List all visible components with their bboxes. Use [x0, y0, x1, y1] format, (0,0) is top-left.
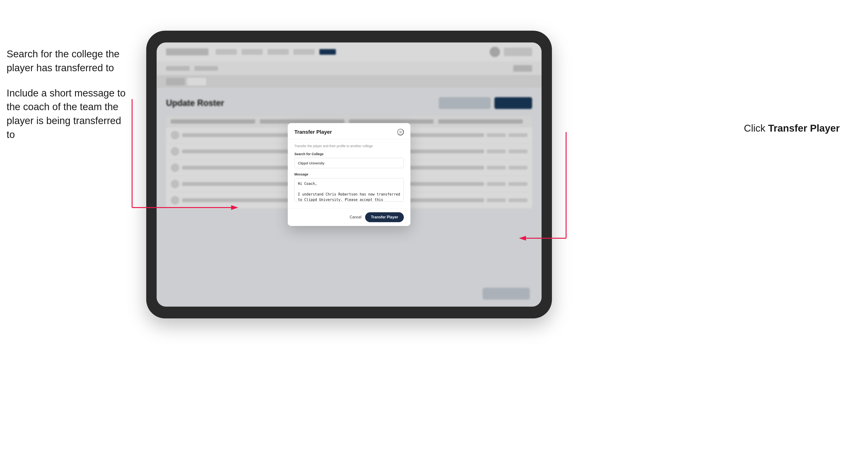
transfer-player-modal: Transfer Player × Transfer the player an…	[288, 123, 410, 226]
modal-close-button[interactable]: ×	[397, 129, 404, 135]
left-annotations: Search for the college the player has tr…	[7, 47, 129, 153]
modal-header: Transfer Player ×	[288, 123, 410, 139]
right-annotation: Click Transfer Player	[744, 123, 840, 134]
search-college-label: Search for College	[294, 152, 404, 156]
modal-subtitle: Transfer the player and their profile to…	[294, 144, 404, 148]
search-college-input[interactable]	[294, 158, 404, 168]
modal-overlay: Transfer Player × Transfer the player an…	[157, 42, 541, 307]
tablet-screen: Update Roster	[157, 42, 541, 307]
modal-title: Transfer Player	[294, 129, 332, 135]
annotation-message: Include a short message to the coach of …	[7, 86, 129, 142]
cancel-button[interactable]: Cancel	[350, 215, 362, 219]
tablet-frame: Update Roster	[146, 31, 552, 318]
annotation-search: Search for the college the player has tr…	[7, 47, 129, 75]
modal-footer: Cancel Transfer Player	[288, 208, 410, 226]
annotation-transfer-label: Transfer Player	[768, 123, 840, 134]
message-textarea[interactable]: Hi Coach, I understand Chris Robertson h…	[294, 178, 404, 201]
annotation-click-label: Click	[744, 123, 768, 134]
transfer-player-button[interactable]: Transfer Player	[365, 212, 404, 222]
message-label: Message	[294, 173, 404, 176]
modal-body: Transfer the player and their profile to…	[288, 139, 410, 208]
